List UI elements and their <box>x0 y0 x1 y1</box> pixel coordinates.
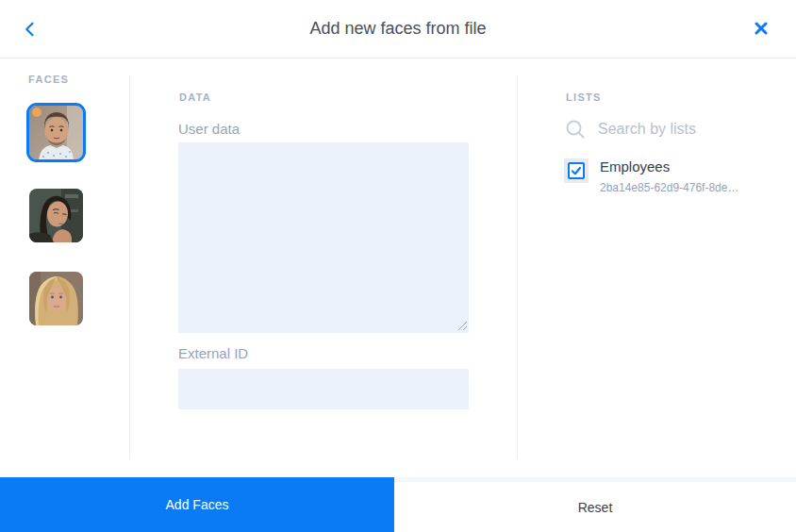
divider-faces-data <box>129 75 130 459</box>
dialog-footer: Add Faces Reset <box>0 477 796 532</box>
lists-section-label: LISTS <box>566 91 602 103</box>
face-thumbnail-woman-blonde[interactable] <box>29 272 83 325</box>
face-photo-man-icon <box>29 106 83 159</box>
add-faces-dialog: Add new faces from file FACES <box>0 0 796 532</box>
face-thumbnail-man[interactable] <box>29 106 83 159</box>
dialog-header: Add new faces from file <box>0 0 796 58</box>
close-button[interactable] <box>753 21 770 38</box>
dialog-content: FACES <box>0 58 796 477</box>
face-photo-woman-dark-icon <box>29 189 83 242</box>
checkmark-icon <box>571 165 582 176</box>
external-id-label: External ID <box>178 345 248 361</box>
face-thumbnail-woman-dark[interactable] <box>29 189 83 242</box>
checkbox-backing <box>564 158 589 183</box>
reset-button[interactable]: Reset <box>394 477 796 532</box>
list-item-name: Employees <box>600 158 670 175</box>
list-item-id: 2ba14e85-62d9-476f-8de… <box>600 181 738 194</box>
faces-section-label: FACES <box>28 74 69 85</box>
face-photo-woman-blonde-icon <box>29 272 83 325</box>
user-data-label: User data <box>178 121 240 137</box>
employees-checkbox-checked[interactable] <box>568 162 585 179</box>
search-icon <box>565 119 586 140</box>
user-data-textarea[interactable] <box>178 142 469 333</box>
dialog-title: Add new faces from file <box>0 19 796 39</box>
search-lists-input[interactable] <box>598 117 777 141</box>
add-faces-button[interactable]: Add Faces <box>0 477 394 532</box>
external-id-input[interactable] <box>178 369 469 409</box>
data-section-label: DATA <box>179 91 211 103</box>
divider-data-lists <box>517 75 518 459</box>
close-icon <box>755 22 768 35</box>
